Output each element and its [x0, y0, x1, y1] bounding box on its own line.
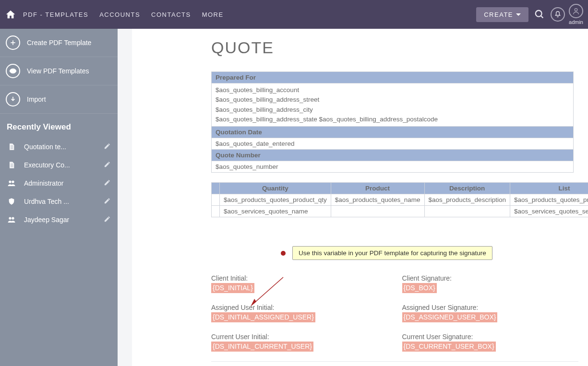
nav-more[interactable]: MORE — [200, 8, 226, 21]
quote-date-value: $aos_quotes_date_entered — [212, 138, 574, 150]
table-cell: $aos_services_quotes_service_list — [510, 206, 588, 217]
recent-item-label: Administrator — [24, 179, 96, 187]
signature-variable: {DS_INITIAL_ASSIGNED_USER} — [211, 312, 315, 322]
recent-item[interactable]: Executory Co... — [0, 156, 118, 174]
doc-icon — [7, 143, 16, 151]
svg-point-0 — [536, 11, 542, 17]
edit-icon[interactable] — [104, 142, 111, 151]
svg-point-14 — [12, 180, 14, 183]
table-cell: $aos_products_quotes_name — [331, 194, 424, 206]
quote-number-header: Quote Number — [212, 150, 574, 161]
table-cell: $aos_products_quotes_product_lis — [510, 194, 588, 206]
callout-dot-icon — [281, 251, 286, 256]
user-menu[interactable]: admin — [569, 4, 583, 25]
signature-label: Assigned User Signature: — [402, 304, 579, 311]
callout-text: Use this variable in your PDF template f… — [292, 246, 492, 260]
shield-icon — [7, 198, 16, 205]
signature-label: Client Initial: — [211, 274, 388, 282]
signature-label: Client Signature: — [402, 274, 579, 282]
nav-contacts[interactable]: CONTACTS — [149, 8, 193, 21]
document-title: QUOTE — [211, 38, 578, 57]
nav-items: PDF - TEMPLATES ACCOUNTS CONTACTS MORE — [21, 8, 226, 21]
table-cell: $aos_services_quotes_name — [220, 206, 331, 217]
recent-item-label: Jaydeep Sagar — [24, 216, 96, 224]
signature-variable: {DS_ASSIGNED_USER_BOX} — [402, 312, 498, 322]
quote-date-header: Quotation Date — [212, 127, 574, 138]
svg-point-16 — [12, 217, 14, 219]
edit-icon[interactable] — [104, 215, 111, 224]
signature-block: Assigned User Signature:{DS_ASSIGNED_USE… — [402, 304, 579, 322]
table-cell: $aos_products_quotes_product_qty — [220, 194, 331, 206]
user-icon — [569, 4, 583, 18]
quote-info-table: Prepared For $aos_quotes_billing_account… — [211, 71, 574, 173]
nav-accounts[interactable]: ACCOUNTS — [97, 8, 142, 21]
products-header: Quantity — [220, 183, 331, 194]
table-cell — [331, 206, 424, 217]
sidebar-create-template[interactable]: Create PDF Template — [0, 29, 118, 57]
people-icon — [7, 215, 16, 224]
notifications-icon[interactable] — [551, 7, 565, 22]
recent-item[interactable]: Quotation te... — [0, 138, 118, 156]
table-row: $aos_services_quotes_name$aos_services_q… — [212, 206, 588, 217]
products-table: QuantityProductDescriptionList $aos_prod… — [211, 182, 588, 217]
table-cell: $aos_products_description — [424, 194, 510, 206]
signature-block: Assigned User Initial:{DS_INITIAL_ASSIGN… — [211, 304, 388, 322]
products-header: Description — [424, 183, 510, 194]
annotation-callout: Use this variable in your PDF template f… — [281, 246, 578, 260]
home-icon[interactable] — [5, 9, 16, 20]
search-icon[interactable] — [532, 7, 547, 22]
prepared-for-value: $aos_quotes_billing_account$aos_quotes_b… — [212, 83, 574, 127]
products-header: Product — [331, 183, 424, 194]
nav-pdf-templates[interactable]: PDF - TEMPLATES — [21, 8, 90, 21]
recent-item[interactable]: Urdhva Tech ... — [0, 192, 118, 211]
edit-icon[interactable] — [104, 179, 111, 188]
signature-block: Current User Initial:{DS_INITIAL_CURRENT… — [211, 333, 388, 352]
download-icon — [6, 92, 20, 106]
quote-number-value: $aos_quotes_number — [212, 161, 574, 173]
recent-item-label: Urdhva Tech ... — [24, 198, 96, 205]
user-label: admin — [569, 19, 583, 25]
signature-label: Current User Initial: — [211, 333, 388, 341]
sidebar-import[interactable]: Import — [0, 85, 118, 114]
signature-block: Current User Signature:{DS_CURRENT_USER_… — [402, 333, 579, 352]
recent-item-label: Quotation te... — [24, 143, 96, 151]
edit-icon[interactable] — [104, 197, 111, 206]
eye-icon — [6, 64, 20, 78]
svg-point-5 — [12, 70, 14, 72]
recently-viewed-title: Recently Viewed — [0, 114, 118, 138]
svg-point-15 — [9, 217, 11, 219]
sidebar-action-label: View PDF Templates — [27, 67, 89, 75]
table-row: $aos_products_quotes_product_qty$aos_pro… — [212, 194, 588, 206]
svg-marker-18 — [251, 299, 256, 307]
signature-label: Current User Signature: — [402, 333, 579, 341]
signature-variable: {DS_INITIAL_CURRENT_USER} — [211, 342, 313, 352]
recent-item-label: Executory Co... — [24, 161, 96, 169]
chevron-down-icon — [516, 13, 521, 16]
svg-point-13 — [9, 180, 11, 183]
arrow-icon — [250, 275, 288, 313]
table-cell — [424, 206, 510, 217]
signature-label: Assigned User Initial: — [211, 304, 388, 311]
svg-line-17 — [253, 277, 283, 304]
products-header: List — [510, 183, 588, 194]
svg-line-1 — [541, 16, 543, 18]
doc-icon — [7, 161, 16, 169]
sidebar-view-templates[interactable]: View PDF Templates — [0, 57, 118, 85]
recent-item[interactable]: Administrator — [0, 174, 118, 192]
sidebar-action-label: Import — [27, 95, 46, 103]
plus-icon — [6, 35, 20, 50]
sidebar: Create PDF Template View PDF Templates I… — [0, 29, 118, 366]
sidebar-action-label: Create PDF Template — [27, 39, 91, 47]
signature-variable: {DS_INITIAL} — [211, 283, 254, 293]
prepared-for-header: Prepared For — [212, 72, 574, 83]
topbar: PDF - TEMPLATES ACCOUNTS CONTACTS MORE C… — [0, 0, 588, 29]
main-layout: Create PDF Template View PDF Templates I… — [0, 29, 588, 366]
signature-variable: {DS_BOX} — [402, 283, 437, 293]
svg-point-2 — [575, 9, 577, 11]
signature-variable: {DS_CURRENT_USER_BOX} — [402, 342, 496, 352]
edit-icon[interactable] — [104, 161, 111, 169]
create-label: CREATE — [484, 11, 513, 18]
create-button[interactable]: CREATE — [476, 7, 528, 22]
recent-item[interactable]: Jaydeep Sagar — [0, 211, 118, 229]
signature-block: Client Initial:{DS_INITIAL} — [211, 274, 388, 293]
